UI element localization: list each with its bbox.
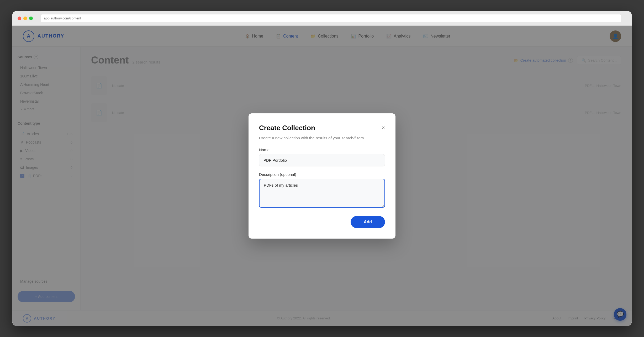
app-content: A AUTHORY 🏠 Home 📋 Content 📁 Collections: [12, 26, 632, 326]
modal-close-button[interactable]: ×: [382, 125, 385, 131]
modal-subtitle: Create a new collection with the results…: [259, 136, 385, 140]
maximize-dot[interactable]: [29, 17, 33, 20]
create-collection-modal: Create Collection × Create a new collect…: [249, 113, 395, 239]
name-input[interactable]: [259, 154, 385, 166]
close-dot[interactable]: [18, 17, 21, 20]
name-form-group: Name: [259, 148, 385, 166]
modal-header: Create Collection ×: [259, 124, 385, 132]
address-bar[interactable]: app.authory.com/content: [41, 14, 621, 22]
name-label: Name: [259, 148, 385, 152]
add-button[interactable]: Add: [351, 216, 385, 228]
modal-title: Create Collection: [259, 124, 315, 132]
description-form-group: Description (optional) PDFs of my articl…: [259, 172, 385, 209]
browser-dots: [18, 17, 33, 20]
description-textarea[interactable]: PDFs of my articles: [259, 179, 385, 208]
browser-chrome: app.authory.com/content: [12, 11, 632, 26]
description-label: Description (optional): [259, 172, 385, 177]
modal-footer: Add: [259, 216, 385, 228]
minimize-dot[interactable]: [23, 17, 27, 20]
modal-overlay: Create Collection × Create a new collect…: [12, 26, 632, 326]
